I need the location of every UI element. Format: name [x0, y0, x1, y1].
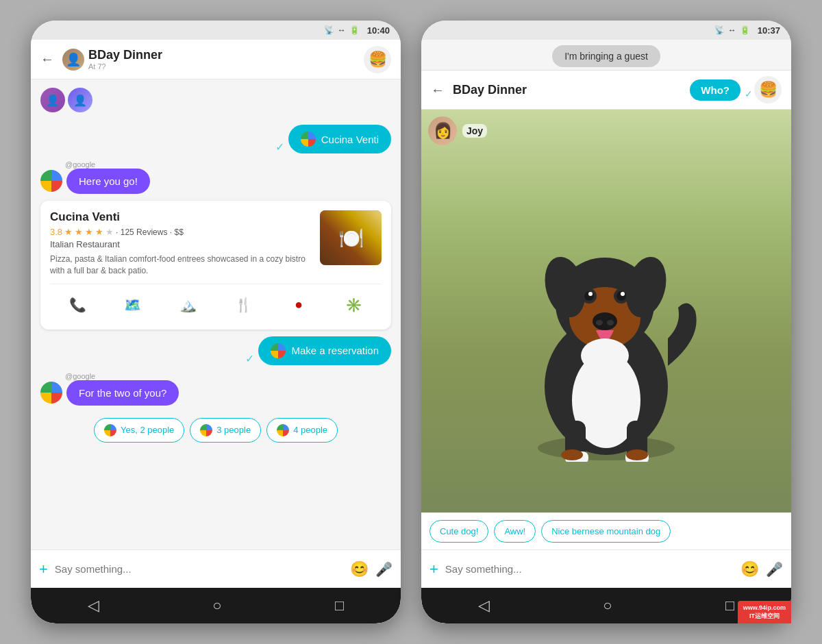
assistant-row-1: Here you go! — [40, 169, 391, 194]
reviews-text: · 125 Reviews · $$ — [116, 227, 184, 237]
rating-number: 3.8 — [50, 227, 62, 237]
msg-reservation: ✓ Make a reservation — [40, 336, 391, 365]
back-button-2[interactable]: ← — [431, 82, 445, 98]
back-nav-1[interactable]: ◁ — [88, 597, 99, 615]
star-5: ★ — [105, 227, 114, 237]
who-bubble: Who? — [690, 79, 740, 101]
svg-point-21 — [561, 449, 583, 460]
quick-reply-yes-2[interactable]: Yes, 2 people — [94, 418, 184, 443]
bubble-reservation: Make a reservation — [258, 336, 391, 365]
add-attachment-button-1[interactable]: + — [39, 560, 48, 578]
top-bar-1: ← 👤 BDay Dinner At 7? 🍔 — [31, 40, 401, 79]
restaurant-icon[interactable]: 🍴 — [231, 293, 256, 317]
status-bar-1: 📡 ↔ 🔋 10:40 — [31, 21, 401, 40]
star-1: ★ — [64, 227, 73, 237]
emoji-button-1[interactable]: 😊 — [350, 560, 369, 578]
bubble-here-you-go: Here you go! — [66, 169, 150, 194]
quick-reply-cute-dog[interactable]: Cute dog! — [429, 520, 488, 543]
quick-replies-2-area: Cute dog! Aww! Nice bernese mountain dog — [421, 512, 791, 549]
message-input-1[interactable] — [55, 563, 343, 575]
bubble-text-reservation: Make a reservation — [291, 345, 379, 356]
nav-bar-1: ◁ ○ □ — [31, 588, 401, 623]
menu-avatar-2[interactable]: 🍔 — [754, 76, 782, 103]
chat-subtitle-1: At 7? — [88, 62, 364, 71]
restaurant-info: Cucina Venti 3.8 ★ ★ ★ ★ ★ · 125 Reviews… — [50, 210, 312, 277]
participant-icon: 👤 — [40, 88, 65, 112]
bubble-for-two: For the two of you? — [66, 380, 179, 406]
assistant-row-2: For the two of you? — [40, 380, 391, 406]
who-checkmark: ✓ — [745, 88, 753, 99]
phone-2: 📡 ↔ 🔋 10:37 I'm bringing a guest ← BDay … — [421, 21, 791, 623]
time-2: 10:37 — [758, 25, 780, 36]
svg-point-17 — [593, 312, 617, 330]
quick-reply-aww-text: Aww! — [504, 526, 525, 536]
google-here-you-go: @google Here you go! — [40, 160, 391, 194]
input-bar-1: + 😊 🎤 — [31, 549, 401, 588]
who-bubble-area: Who? ✓ — [690, 79, 740, 101]
quick-reply-aww[interactable]: Aww! — [494, 520, 536, 543]
yelp2-icon[interactable]: ✳️ — [342, 293, 366, 317]
cast-icon-2: 📡 — [714, 25, 725, 35]
ga-mini-icon-1 — [104, 424, 116, 436]
quick-reply-text-2: 3 people — [216, 425, 251, 435]
emoji-button-2[interactable]: 😊 — [740, 560, 759, 578]
star-3: ★ — [85, 227, 93, 237]
reservation-check-wrap: ✓ — [245, 352, 254, 365]
back-button-1[interactable]: ← — [40, 51, 54, 67]
incoming-bubble: I'm bringing a guest — [552, 45, 660, 67]
dog-image-area: 👩 Joy — [421, 110, 791, 512]
star-2: ★ — [75, 227, 83, 237]
home-nav-1[interactable]: ○ — [212, 597, 221, 615]
yelp-icon[interactable]: ● — [286, 293, 311, 317]
msg-cucina-venti: ✓ Cucina Venti — [40, 125, 391, 153]
participant-avatar-1: 👤 — [62, 49, 84, 71]
quick-reply-bernese-text: Nice bernese mountain dog — [551, 526, 660, 536]
street-view-icon[interactable]: 🏔️ — [176, 293, 201, 317]
chat-title-1: BDay Dinner — [88, 48, 364, 62]
at-google-label-1: @google — [65, 160, 391, 169]
menu-avatar-1[interactable]: 🍔 — [364, 46, 391, 73]
svg-point-15 — [588, 292, 593, 296]
battery-icon: 🔋 — [349, 25, 360, 35]
svg-point-22 — [626, 449, 648, 460]
google-for-two: @google For the two of you? — [40, 372, 391, 406]
svg-point-18 — [596, 320, 603, 325]
chat-area-1: 👤 👤 ✓ Cucina Venti @google H — [31, 79, 401, 549]
wifi-icon: ↔ — [338, 25, 346, 35]
phone-1: 📡 ↔ 🔋 10:40 ← 👤 BDay Dinner At 7? 🍔 👤 — [31, 21, 401, 623]
message-input-2[interactable] — [445, 563, 734, 575]
ga-circle-1 — [40, 170, 62, 192]
quick-reply-3[interactable]: 3 people — [190, 418, 261, 443]
restaurant-card[interactable]: Cucina Venti 3.8 ★ ★ ★ ★ ★ · 125 Reviews… — [40, 201, 391, 330]
recent-nav-2[interactable]: □ — [725, 597, 734, 615]
mic-button-1[interactable]: 🎤 — [375, 561, 393, 578]
quick-reply-cute-text: Cute dog! — [440, 526, 478, 536]
phones-container: 📡 ↔ 🔋 10:40 ← 👤 BDay Dinner At 7? 🍔 👤 — [31, 21, 791, 623]
star-4: ★ — [95, 227, 103, 237]
reservation-checkmark: ✓ — [245, 352, 254, 365]
joy-row: 👩 Joy — [428, 116, 487, 145]
restaurant-thumbnail — [320, 210, 382, 265]
phone-action-icon[interactable]: 📞 — [65, 293, 90, 317]
ga-icon-cucina — [301, 132, 316, 147]
title-area-1: BDay Dinner At 7? — [88, 48, 364, 71]
recent-nav-1[interactable]: □ — [335, 597, 344, 615]
quick-reply-4[interactable]: 4 people — [266, 418, 338, 443]
incoming-bubble-area: I'm bringing a guest — [421, 40, 791, 70]
bubble-cucina-venti: Cucina Venti — [288, 125, 391, 153]
bubble-text-here: Here you go! — [79, 175, 138, 187]
home-nav-2[interactable]: ○ — [603, 597, 612, 615]
joy-label: Joy — [462, 124, 487, 138]
status-icons-1: 📡 ↔ 🔋 10:40 — [324, 25, 390, 36]
restaurant-rating: 3.8 ★ ★ ★ ★ ★ · 125 Reviews · $$ — [50, 227, 312, 237]
back-nav-2[interactable]: ◁ — [478, 597, 490, 615]
quick-replies-1: Yes, 2 people 3 people 4 people — [40, 412, 391, 448]
restaurant-type: Italian Restaurant — [50, 239, 312, 249]
add-attachment-button-2[interactable]: + — [429, 560, 438, 578]
quick-reply-bernese[interactable]: Nice bernese mountain dog — [541, 520, 671, 543]
card-inner: Cucina Venti 3.8 ★ ★ ★ ★ ★ · 125 Reviews… — [50, 210, 382, 277]
battery-icon-2: 🔋 — [740, 25, 750, 35]
mic-button-2[interactable]: 🎤 — [766, 561, 783, 578]
input-bar-2: + 😊 🎤 — [421, 549, 791, 588]
maps-action-icon[interactable]: 🗺️ — [121, 293, 145, 317]
